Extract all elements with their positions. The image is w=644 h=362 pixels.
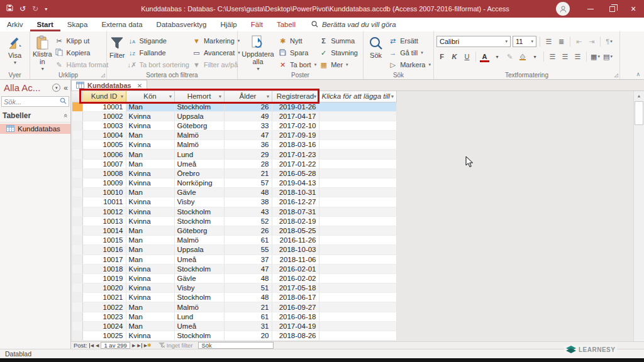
cell-kon[interactable]: Man — [126, 321, 174, 331]
fill-color-dropdown-icon[interactable]: ▾ — [530, 52, 540, 62]
filter-av-pa-button[interactable]: ▼Filter av/på — [192, 60, 240, 70]
cell-alder[interactable]: 43 — [224, 207, 272, 216]
cell-add-column[interactable] — [319, 312, 396, 321]
filter-arrow-icon[interactable]: ▼ — [266, 94, 270, 99]
filter-button[interactable]: Filter — [109, 33, 125, 70]
cell-alder[interactable]: 21 — [224, 168, 272, 178]
record-selector[interactable] — [72, 168, 82, 178]
cell-hemort[interactable]: Malmö — [174, 140, 224, 150]
cell-hemort[interactable]: Umeå — [174, 159, 224, 168]
cell-kund-id[interactable]: 10003 — [82, 121, 126, 130]
cell-registrerad[interactable]: 2017-05-18 — [272, 283, 319, 293]
cell-kund-id[interactable]: 10020 — [82, 283, 126, 293]
uppdatera-alla-button[interactable]: Uppdatera alla ▼ — [240, 33, 275, 70]
table-row[interactable]: 10016 Man Uppsala 55 2018-10-03 — [72, 245, 396, 255]
cell-kund-id[interactable]: 10008 — [82, 168, 126, 178]
markera-button[interactable]: ▷Markera▾ — [388, 60, 431, 70]
record-selector[interactable] — [72, 264, 82, 273]
table-row[interactable]: 10001 Man Stockholm 26 2019-01-26 — [72, 102, 396, 111]
font-color-button[interactable]: A — [479, 52, 490, 62]
cell-add-column[interactable] — [319, 302, 396, 312]
record-selector[interactable] — [72, 121, 82, 130]
cell-add-column[interactable] — [319, 331, 396, 341]
cell-kund-id[interactable]: 10005 — [82, 140, 126, 150]
cell-add-column[interactable] — [319, 207, 396, 216]
cell-kon[interactable]: Man — [126, 102, 174, 111]
cell-registrerad[interactable]: 2018-02-19 — [272, 216, 319, 226]
align-center-button[interactable]: ☰ — [560, 52, 570, 62]
cell-add-column[interactable] — [319, 273, 396, 283]
cell-alder[interactable]: 47 — [224, 264, 272, 273]
cell-registrerad[interactable]: 2016-09-27 — [272, 302, 319, 312]
fill-color-button[interactable] — [517, 52, 528, 62]
cell-kund-id[interactable]: 10021 — [82, 293, 126, 302]
cell-kund-id[interactable]: 10010 — [82, 188, 126, 197]
bullet-list-button[interactable]: ☰ — [543, 36, 554, 47]
cell-kund-id[interactable]: 10025 — [82, 331, 126, 341]
cell-alder[interactable]: 38 — [224, 197, 272, 207]
cell-hemort[interactable]: Uppsala — [174, 245, 224, 255]
cell-add-column[interactable] — [319, 140, 396, 150]
table-row[interactable]: 10005 Kvinna Malmö 36 2018-03-16 — [72, 140, 396, 150]
cell-kon[interactable]: Man — [126, 302, 174, 312]
text-direction-button[interactable]: ¶▾ — [604, 36, 614, 47]
cell-registrerad[interactable]: 2016-12-27 — [272, 197, 319, 207]
record-selector[interactable] — [72, 321, 82, 331]
cell-alder[interactable]: 20 — [224, 331, 272, 341]
cell-alder[interactable]: 33 — [224, 121, 272, 130]
cell-kon[interactable]: Kvinna — [126, 331, 174, 341]
cell-alder[interactable]: 49 — [224, 111, 272, 121]
record-selector[interactable] — [72, 178, 82, 188]
ribbon-tab[interactable]: Hjälp — [214, 18, 244, 31]
avancerat-button[interactable]: ▭Avancerat▾ — [192, 48, 240, 58]
record-selector[interactable] — [72, 207, 82, 216]
increase-indent-button[interactable]: ⇥ — [586, 36, 597, 47]
record-selector[interactable] — [72, 140, 82, 150]
borders-button[interactable]: ▤▾ — [602, 52, 613, 62]
ribbon-tab[interactable]: Start — [30, 18, 60, 31]
table-row[interactable]: 10003 Kvinna Göteborg 33 2017-02-10 — [72, 121, 396, 130]
table-row[interactable]: 10019 Kvinna Gävle 48 2016-02-02 — [72, 273, 396, 283]
cell-kon[interactable]: Man — [126, 159, 174, 168]
klistra-in-button[interactable]: Klistra in ▼ — [33, 33, 52, 70]
cell-kund-id[interactable]: 10001 — [82, 102, 126, 111]
urklipp-dialog-launcher-icon[interactable]: ◿ — [101, 72, 105, 78]
close-button[interactable]: × — [623, 0, 644, 18]
cell-kon[interactable]: Kvinna — [126, 207, 174, 216]
table-row[interactable]: 10006 Man Lund 29 2017-01-23 — [72, 150, 396, 159]
cell-kon[interactable]: Kvinna — [126, 121, 174, 130]
column-header-kon[interactable]: Kön▼ — [126, 91, 174, 102]
table-row[interactable]: 10017 Man Umeå 37 2018-11-06 — [72, 255, 396, 264]
collapse-group-icon[interactable]: « — [62, 114, 70, 118]
cell-registrerad[interactable]: 2017-04-17 — [272, 111, 319, 121]
cell-alder[interactable]: 55 — [224, 245, 272, 255]
cell-kund-id[interactable]: 10024 — [82, 321, 126, 331]
ta-bort-button[interactable]: ✕Ta bort▾ — [278, 60, 316, 70]
cell-registrerad[interactable]: 2018-08-26 — [272, 331, 319, 341]
ribbon-tab[interactable]: Arkiv — [0, 18, 30, 31]
klipp-ut-button[interactable]: ✂Klipp ut — [55, 36, 109, 46]
cell-registrerad[interactable]: 2016-02-02 — [272, 273, 319, 283]
cell-alder[interactable]: 57 — [224, 178, 272, 188]
cell-alder[interactable]: 28 — [224, 159, 272, 168]
add-column-header[interactable]: Klicka för att lägga till▼ — [319, 91, 396, 102]
cell-add-column[interactable] — [319, 102, 396, 111]
table-row[interactable]: 10015 Man Malmö 61 2016-11-26 — [72, 236, 396, 245]
cell-alder[interactable]: 26 — [224, 102, 272, 111]
cell-add-column[interactable] — [319, 197, 396, 207]
cell-alder[interactable]: 26 — [224, 226, 272, 235]
record-selector[interactable] — [72, 188, 82, 197]
cell-registrerad[interactable]: 2019-04-13 — [272, 178, 319, 188]
last-record-icon[interactable]: ▶ — [137, 343, 142, 348]
cell-hemort[interactable]: Stockholm — [174, 207, 224, 216]
column-header-alder[interactable]: Ålder▼ — [224, 91, 272, 102]
cell-alder[interactable]: 48 — [224, 188, 272, 197]
decrease-indent-button[interactable]: ⇤ — [574, 36, 584, 47]
record-selector[interactable] — [72, 312, 82, 321]
cell-hemort[interactable]: Stockholm — [174, 216, 224, 226]
cell-add-column[interactable] — [319, 178, 396, 188]
save-icon[interactable] — [6, 4, 13, 13]
cell-kon[interactable]: Man — [126, 236, 174, 245]
stigande-button[interactable]: ↓AStigande — [127, 36, 189, 46]
cell-hemort[interactable]: Stockholm — [174, 331, 224, 341]
